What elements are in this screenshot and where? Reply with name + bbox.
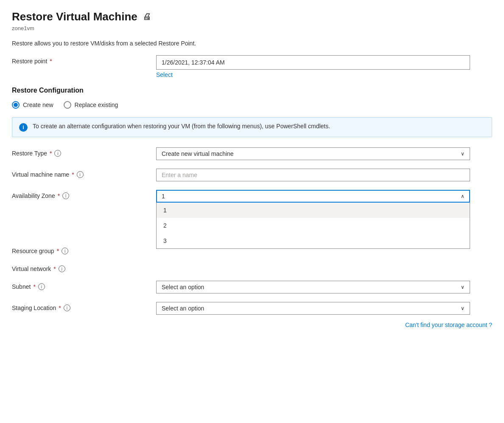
restore-type-chevron: ∨ <box>461 151 465 157</box>
restore-type-label: Restore Type * i <box>12 147 156 157</box>
staging-location-row: Staging Location * i Select an option ∨ … <box>12 302 492 328</box>
page-description: Restore allows you to restore VM/disks f… <box>12 40 492 47</box>
subnet-label: Subnet * i <box>12 281 156 290</box>
replace-existing-option[interactable]: Replace existing <box>64 101 118 109</box>
staging-location-control: Select an option ∨ Can't find your stora… <box>156 302 492 328</box>
availability-zone-wrapper: 1 ∧ 1 2 3 <box>156 190 470 203</box>
availability-zone-label: Availability Zone * i <box>12 190 156 199</box>
resource-group-info-icon[interactable]: i <box>62 248 68 254</box>
page-subtitle: zone1vm <box>12 25 492 31</box>
availability-zone-chevron: ∧ <box>461 193 465 199</box>
replace-existing-label: Replace existing <box>75 102 118 108</box>
create-new-radio[interactable] <box>12 101 20 109</box>
info-banner-text: To create an alternate configuration whe… <box>33 123 330 130</box>
restore-point-control: 1/26/2021, 12:37:04 AM Select <box>156 55 492 78</box>
subnet-info-icon[interactable]: i <box>38 283 45 290</box>
required-indicator: * <box>50 58 52 65</box>
create-new-option[interactable]: Create new <box>12 101 53 109</box>
info-banner: i To create an alternate configuration w… <box>12 117 492 137</box>
virtual-network-info-icon[interactable]: i <box>59 265 65 272</box>
page-title: Restore Virtual Machine <box>12 10 137 23</box>
section-title: Restore Configuration <box>12 87 492 94</box>
vm-name-input[interactable] <box>156 169 470 181</box>
availability-zone-dropdown[interactable]: 1 ∧ <box>156 190 470 203</box>
cant-find-storage-link[interactable]: Can't find your storage account ? <box>405 321 492 328</box>
restore-options-group: Create new Replace existing <box>12 101 492 109</box>
replace-existing-radio[interactable] <box>64 101 71 109</box>
resource-group-label: Resource group * i <box>12 245 156 254</box>
availability-zone-info-icon[interactable]: i <box>62 192 69 199</box>
restore-type-row: Restore Type * i Create new virtual mach… <box>12 147 492 160</box>
availability-zone-value: 1 <box>162 193 165 200</box>
subnet-dropdown[interactable]: Select an option ∨ <box>156 281 470 293</box>
vm-name-label: Virtual machine name * i <box>12 169 156 178</box>
subnet-value: Select an option <box>162 284 204 290</box>
restore-type-dropdown[interactable]: Create new virtual machine ∨ <box>156 147 470 160</box>
form-section: Restore Type * i Create new virtual mach… <box>12 147 492 328</box>
create-new-label: Create new <box>23 102 53 108</box>
vm-name-info-icon[interactable]: i <box>77 171 84 178</box>
availability-zone-menu: 1 2 3 <box>156 203 470 249</box>
staging-location-label: Staging Location * i <box>12 302 156 311</box>
staging-location-chevron: ∨ <box>461 305 465 311</box>
staging-location-dropdown[interactable]: Select an option ∨ <box>156 302 470 315</box>
availability-zone-row: Availability Zone * i 1 ∧ 1 2 3 <box>12 190 492 203</box>
vm-name-row: Virtual machine name * i <box>12 169 492 181</box>
vm-name-control <box>156 169 492 181</box>
az-option-1[interactable]: 1 <box>157 203 470 218</box>
restore-type-value: Create new virtual machine <box>162 150 234 157</box>
virtual-network-label: Virtual network * i <box>12 263 156 272</box>
subnet-row: Subnet * i Select an option ∨ <box>12 281 492 293</box>
info-banner-icon: i <box>19 123 28 132</box>
subnet-chevron: ∨ <box>461 284 465 290</box>
restore-type-control: Create new virtual machine ∨ <box>156 147 492 160</box>
restore-point-value: 1/26/2021, 12:37:04 AM <box>156 55 470 70</box>
restore-point-label: Restore point * <box>12 55 156 65</box>
print-icon[interactable]: 🖨 <box>143 12 151 22</box>
restore-type-info-icon[interactable]: i <box>54 150 61 157</box>
restore-configuration-section: Restore Configuration Create new Replace… <box>12 87 492 137</box>
az-option-3[interactable]: 3 <box>157 233 470 248</box>
staging-location-value: Select an option <box>162 305 204 312</box>
select-restore-point-link[interactable]: Select <box>156 71 492 78</box>
virtual-network-row: Virtual network * i <box>12 263 492 272</box>
restore-point-row: Restore point * 1/26/2021, 12:37:04 AM S… <box>12 55 492 78</box>
availability-zone-control: 1 ∧ 1 2 3 <box>156 190 492 203</box>
subnet-control: Select an option ∨ <box>156 281 492 293</box>
staging-location-info-icon[interactable]: i <box>64 305 70 311</box>
az-option-2[interactable]: 2 <box>157 218 470 233</box>
page-title-row: Restore Virtual Machine 🖨 <box>12 10 492 23</box>
